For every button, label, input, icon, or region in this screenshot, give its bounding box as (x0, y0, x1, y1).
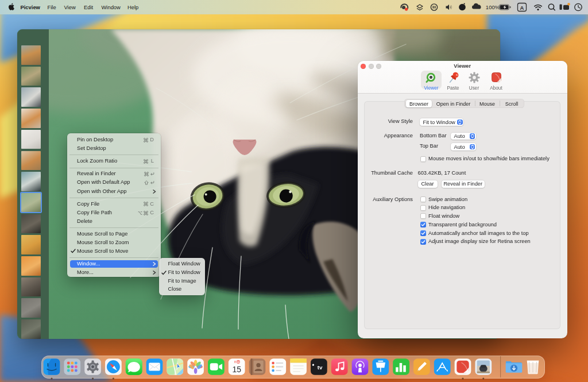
svg-text:100%: 100% (486, 4, 500, 10)
svg-text:15: 15 (232, 365, 241, 374)
svg-text:tv: tv (318, 364, 323, 371)
svg-text:A: A (520, 5, 524, 11)
svg-text:8: 8 (234, 360, 236, 364)
